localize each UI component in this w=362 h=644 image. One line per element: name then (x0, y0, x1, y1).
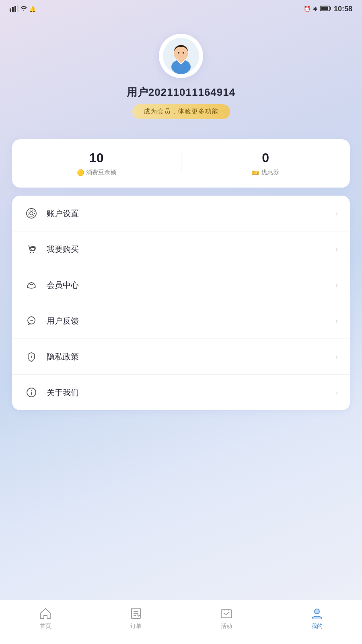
menu-card: 账户设置 › 我要购买 › 会员中 (12, 196, 350, 410)
time-display: 10:58 (334, 5, 352, 13)
bottom-nav: 首页 订单 活动 我的 (0, 600, 362, 644)
home-label: 首页 (40, 623, 51, 630)
svg-point-25 (31, 355, 32, 355)
privacy-icon (24, 349, 39, 364)
member-center-icon (24, 278, 39, 292)
signal-icon (10, 5, 19, 13)
account-settings-arrow: › (335, 209, 338, 218)
about-label: 关于我们 (47, 387, 335, 398)
svg-point-22 (31, 320, 32, 321)
svg-rect-0 (10, 8, 11, 12)
svg-point-28 (31, 390, 32, 391)
svg-point-11 (178, 52, 179, 54)
svg-point-15 (28, 210, 35, 217)
member-center-label: 会员中心 (47, 280, 335, 291)
svg-point-16 (30, 252, 31, 253)
menu-item-account-settings[interactable]: 账户设置 › (12, 196, 350, 231)
feedback-icon (24, 314, 39, 328)
member-badge[interactable]: 成为会员，体验更多功能 (132, 104, 230, 119)
svg-rect-6 (330, 7, 331, 10)
coupons-stat[interactable]: 0 🎫 优惠券 (181, 151, 350, 176)
privacy-arrow: › (335, 353, 338, 361)
svg-rect-1 (12, 7, 14, 12)
activities-label: 活动 (221, 623, 232, 630)
svg-point-14 (30, 212, 33, 215)
orders-icon (129, 607, 143, 620)
feedback-label: 用户反馈 (47, 316, 335, 326)
feedback-arrow: › (335, 317, 338, 325)
alarm-icon: ⏰ (304, 6, 311, 12)
coupons-value: 0 (262, 151, 269, 165)
account-settings-icon (24, 206, 39, 221)
purchase-label: 我要购买 (47, 244, 335, 255)
svg-rect-33 (221, 610, 232, 618)
menu-item-purchase[interactable]: 我要购买 › (12, 231, 350, 267)
nav-activities[interactable]: 活动 (181, 600, 272, 636)
svg-point-19 (33, 248, 34, 248)
menu-item-privacy[interactable]: 隐私政策 › (12, 339, 350, 375)
points-stat[interactable]: 10 🟡 消费豆余额 (12, 151, 181, 176)
svg-point-34 (315, 609, 319, 614)
status-bar: 🔔 ⏰ ✱ 10:58 (0, 0, 362, 18)
points-value: 10 (89, 151, 104, 165)
battery-icon (320, 6, 331, 12)
mine-label: 我的 (311, 623, 323, 630)
about-arrow: › (335, 388, 338, 397)
home-icon (39, 607, 52, 620)
bluetooth-icon: ✱ (313, 6, 318, 12)
svg-rect-2 (14, 6, 16, 12)
points-label: 🟡 消费豆余额 (77, 169, 116, 176)
stats-card: 10 🟡 消费豆余额 0 🎫 优惠券 (12, 139, 350, 188)
svg-point-17 (33, 252, 34, 253)
member-center-arrow: › (335, 281, 338, 289)
activities-icon (220, 607, 233, 620)
nav-mine[interactable]: 我的 (272, 600, 362, 636)
about-icon (24, 385, 39, 400)
svg-point-21 (30, 320, 31, 321)
purchase-arrow: › (335, 245, 338, 254)
nav-orders[interactable]: 订单 (90, 600, 181, 636)
svg-rect-3 (17, 5, 19, 12)
coupons-icon: 🎫 (252, 169, 259, 176)
orders-label: 订单 (130, 623, 142, 630)
menu-item-feedback[interactable]: 用户反馈 › (12, 303, 350, 339)
profile-section: 用户20211011164914 成为会员，体验更多功能 (0, 18, 362, 131)
privacy-label: 隐私政策 (47, 351, 335, 362)
svg-point-12 (183, 52, 184, 54)
username: 用户20211011164914 (127, 85, 235, 99)
menu-item-member-center[interactable]: 会员中心 › (12, 267, 350, 303)
svg-point-23 (32, 320, 33, 321)
purchase-icon (24, 242, 39, 256)
mine-icon (310, 607, 324, 620)
avatar-image (163, 38, 199, 74)
svg-rect-5 (321, 6, 328, 10)
menu-item-about[interactable]: 关于我们 › (12, 375, 350, 410)
points-icon: 🟡 (77, 169, 84, 176)
status-left: 🔔 (10, 5, 36, 13)
status-right: ⏰ ✱ 10:58 (304, 5, 352, 13)
wifi-icon (20, 6, 27, 12)
avatar[interactable] (159, 34, 203, 78)
nav-home[interactable]: 首页 (0, 600, 90, 636)
notification-icon: 🔔 (29, 6, 36, 12)
coupons-label: 🎫 优惠券 (252, 169, 279, 176)
account-settings-label: 账户设置 (47, 208, 335, 219)
